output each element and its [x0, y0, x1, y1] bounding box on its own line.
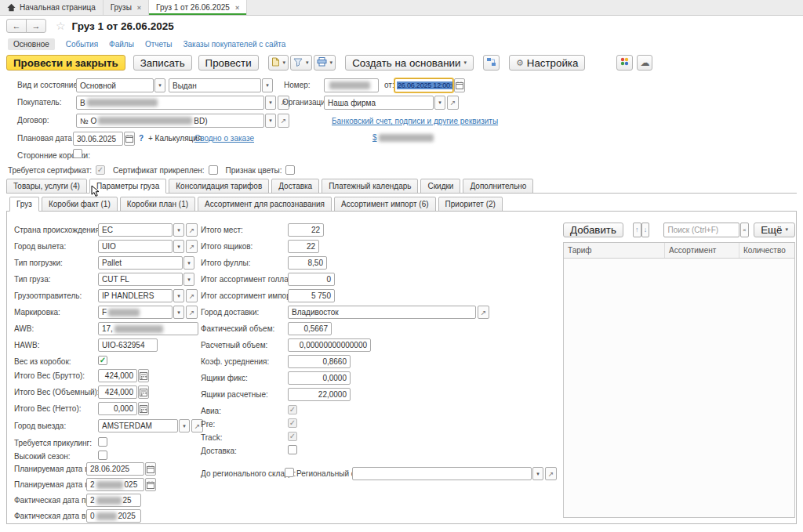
window-tab-cargoes-list[interactable]: Грузы× [104, 0, 149, 15]
total-assortment-import-field[interactable]: 5 750 [288, 289, 335, 302]
total-net-weight-field[interactable]: 0,000 [98, 402, 137, 415]
shipper-field[interactable]: IP HANDLERS [98, 289, 173, 302]
outer-boxes-checkbox[interactable] [73, 149, 82, 158]
sum-link[interactable]: $ [372, 133, 377, 142]
calculated-volume-field[interactable]: 0,00000000000000 [288, 338, 371, 352]
total-gross-weight-field[interactable]: 424,000 [98, 369, 137, 382]
cargo-type-dropdown-button[interactable]: ▾ [183, 273, 194, 286]
pre-checkbox[interactable]: ✓ [288, 418, 297, 428]
total-places-field[interactable]: 22 [288, 223, 324, 237]
organization-field[interactable]: Наша фирма [324, 96, 434, 110]
subtab-assortment-import[interactable]: Ассортимент импорт (6) [334, 197, 436, 212]
date-calendar-button[interactable] [454, 78, 465, 92]
close-icon[interactable]: × [137, 4, 141, 12]
filter-dropdown-button[interactable]: ▾ [290, 55, 312, 71]
forward-button[interactable]: → [26, 19, 46, 33]
total-boxes-field[interactable]: 22 [288, 240, 319, 253]
date-field[interactable]: 26.06.2025 12:00:00 [394, 78, 453, 92]
actual-departure-date-field[interactable]: 02025 [86, 509, 141, 523]
planned-exit-date-calendar-button[interactable] [124, 132, 135, 146]
tab-discounts[interactable]: Скидки [420, 179, 460, 194]
column-header-1[interactable]: Ассортимент [665, 243, 739, 258]
shipper-dropdown-button[interactable]: ▾ [173, 289, 184, 302]
settings-button[interactable]: ⚙ Настройка [509, 55, 586, 71]
tab-additional[interactable]: Дополнительно [463, 179, 533, 194]
window-tab-home[interactable]: Начальная страница [0, 0, 104, 15]
kind-field[interactable]: Основной [76, 78, 154, 92]
exit-city-field[interactable]: AMSTERDAM [98, 419, 178, 432]
total-fulls-field[interactable]: 8,50 [288, 256, 327, 270]
planned-departure-date-calendar-button[interactable] [145, 462, 156, 476]
create-based-on-button[interactable]: Создать на основании ▾ [345, 55, 474, 71]
window-tab-cargo-document[interactable]: Груз 1 от 26.06.2025× [149, 0, 247, 15]
tab-goods-services[interactable]: Товары, услуги (4) [6, 179, 87, 194]
buyer-dropdown-button[interactable]: ▾ [265, 96, 276, 110]
nav-files[interactable]: Файлы [109, 40, 134, 49]
move-up-button[interactable]: ↑ [633, 223, 641, 237]
cloud-sync-button[interactable]: ☁ [637, 55, 652, 71]
subtab-priority[interactable]: Приоритет (2) [438, 197, 503, 212]
total-net-weight-calc-button[interactable] [138, 402, 149, 415]
search-input[interactable]: Поиск (Ctrl+F) [663, 223, 739, 237]
subtab-assortment-recognition[interactable]: Ассортимент для распознавания [198, 197, 332, 212]
hawb-field[interactable]: UIO-632954 [98, 338, 158, 352]
marking-dropdown-button[interactable]: ▾ [173, 306, 184, 319]
contract-dropdown-button[interactable]: ▾ [265, 114, 276, 128]
state-field[interactable]: Выдан [169, 78, 261, 92]
planned-departure-date-field[interactable]: 28.06.2025 [86, 462, 144, 476]
tab-delivery[interactable]: Доставка [271, 179, 319, 194]
origin-country-open-button[interactable]: ↗ [186, 223, 198, 237]
departure-city-field[interactable]: UIO [98, 240, 173, 253]
delivery-flag-checkbox[interactable] [288, 445, 297, 454]
loading-type-field[interactable]: Pallet [98, 256, 183, 270]
before-regional-warehouse-checkbox[interactable] [285, 468, 294, 477]
planned-arrival-date-field[interactable]: 2025 [86, 478, 144, 491]
state-dropdown-button[interactable]: ▾ [262, 78, 273, 92]
nav-site-orders[interactable]: Заказы покупателей с сайта [183, 40, 285, 49]
column-header-0[interactable]: Тариф [564, 243, 665, 258]
avia-checkbox[interactable]: ✓ [288, 405, 297, 414]
regional-warehouse-open-button[interactable]: ↗ [545, 467, 557, 480]
total-volumetric-weight-calc-button[interactable] [138, 385, 149, 399]
tab-payment-calendar[interactable]: Платежный календарь [322, 179, 418, 194]
regional-warehouse-dropdown-button[interactable]: ▾ [532, 467, 543, 480]
print-dropdown-button[interactable]: ▾ [314, 55, 336, 71]
back-button[interactable]: ← [6, 19, 27, 33]
nav-reports[interactable]: Отчеты [145, 40, 173, 49]
number-field[interactable] [324, 78, 379, 92]
save-button[interactable]: Записать [133, 55, 192, 71]
more-button[interactable]: Ещё ▾ [754, 223, 795, 237]
departure-city-open-button[interactable]: ↗ [186, 240, 198, 253]
total-volumetric-weight-field[interactable]: 424,000 [98, 385, 137, 399]
order-summary-link[interactable]: Сводно о заказе [194, 134, 254, 143]
track-checkbox[interactable]: ✓ [288, 432, 297, 441]
certificate-required-checkbox[interactable]: ✓ [96, 165, 105, 175]
search-clear-button[interactable]: × [740, 223, 750, 237]
loading-type-dropdown-button[interactable]: ▾ [183, 256, 194, 270]
total-gross-weight-calc-button[interactable] [138, 369, 149, 382]
delivery-city-open-button[interactable]: ↗ [478, 306, 489, 319]
nav-main[interactable]: Основное [8, 38, 55, 50]
precooling-required-checkbox[interactable] [98, 437, 107, 447]
integration-button[interactable] [616, 55, 633, 71]
help-question-mark[interactable]: ? [139, 134, 144, 143]
subtab-boxes-fact[interactable]: Коробки факт (1) [42, 197, 118, 212]
averaging-coefficient-field[interactable]: 0,8660 [288, 355, 351, 368]
kind-dropdown-button[interactable]: ▾ [154, 78, 165, 92]
marking-open-button[interactable]: ↗ [186, 306, 198, 319]
marking-field[interactable]: F [98, 306, 173, 319]
favorite-star-icon[interactable]: ☆ [56, 20, 66, 32]
cargo-type-field[interactable]: CUT FL [98, 273, 183, 286]
origin-country-field[interactable]: EC [98, 223, 173, 237]
contract-field[interactable]: № ОBD) [76, 114, 264, 128]
related-documents-button[interactable] [483, 55, 500, 71]
origin-country-dropdown-button[interactable]: ▾ [173, 223, 184, 237]
total-assortment-holland-field[interactable]: 0 [288, 273, 335, 286]
tab-tariff-consolidation[interactable]: Консолидация тарифов [169, 179, 269, 194]
planned-exit-date-field[interactable]: 30.06.2025 [73, 132, 123, 146]
post-and-close-button[interactable]: Провести и закрыть [6, 55, 125, 71]
organization-dropdown-button[interactable]: ▾ [434, 96, 445, 110]
move-down-button[interactable]: ↓ [641, 223, 650, 237]
subtab-boxes-plan[interactable]: Коробки план (1) [120, 197, 195, 212]
shipper-open-button[interactable]: ↗ [186, 289, 198, 302]
